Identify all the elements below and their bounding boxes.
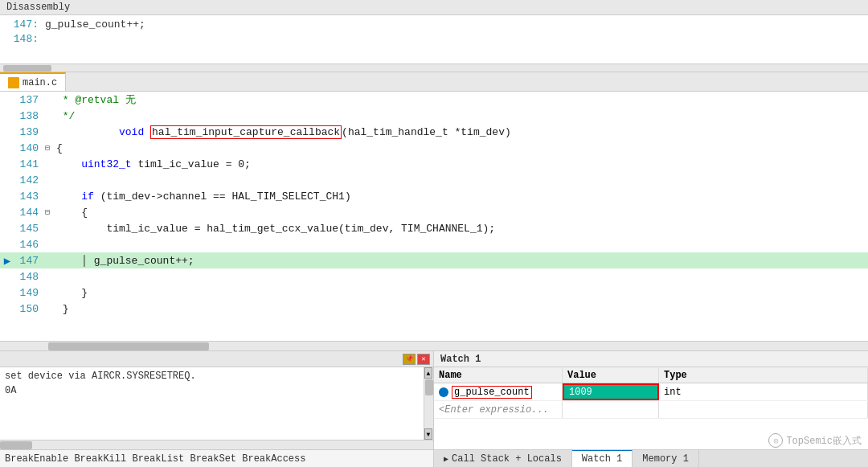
watch-var-icon-1 [439,387,448,397]
memory1-tab[interactable]: Memory 1 [633,450,699,467]
scroll-track [424,379,433,428]
watch-varname-1: g_pulse_count [452,386,532,399]
call-stack-icon: ▶ [444,454,448,464]
output-panel: 📌 ✕ set device via AIRCR.SYSRESETREQ. 0A… [0,351,434,467]
editor-line-143: 143 if (tim_dev->channel == HAL_TIM_SELE… [0,188,868,204]
watch-header: Name Value Type [434,367,868,383]
line-num-145: 145 [14,223,45,235]
tab-label: main.c [23,77,57,88]
output-h-thumb[interactable] [0,441,32,449]
v-scroll-thumb[interactable] [425,379,433,395]
pin-button[interactable]: 📌 [403,354,416,365]
code-lines: 137 * @retval 无 138 */ 139 void hal_tim_… [0,92,868,341]
line-num-138: 138 [14,110,45,122]
fold-140[interactable]: ⊟ [45,143,56,153]
watermark-logo-icon: ◎ [768,433,783,448]
disassembly-linenum-2: 148: [6,33,39,45]
line-content-145: timl_ic_value = hal_tim_get_ccx_value(ti… [56,223,868,235]
output-content: set device via AIRCR.SYSRESETREQ. 0A [0,367,424,399]
line-content-149: } [56,287,868,299]
line-num-148: 148 [14,271,45,283]
editor-h-scroll-thumb[interactable] [48,342,209,350]
watch-col-name: Name [434,368,563,383]
main-c-tab[interactable]: main.c [0,72,66,91]
editor-line-141: 141 uint32_t timl_ic_value = 0; [0,156,868,172]
watch-row-1[interactable]: g_pulse_count 1009 int [434,383,868,401]
editor-line-144: 144 ⊟ { [0,204,868,220]
bottom-tabs: ▶ Call Stack + Locals Watch 1 Memory 1 [434,449,868,467]
watch-cell-value-2 [563,401,659,418]
watch-cell-name-1: g_pulse_count [434,383,563,400]
watch-col-value: Value [563,368,659,383]
line-num-140: 140 [14,142,45,154]
editor-line-150: 150 } [0,301,868,317]
output-v-scrollbar[interactable]: ▲ ▼ [424,367,433,440]
disassembly-header: Disassembly [0,0,868,15]
line-num-142: 142 [14,174,45,186]
watch-cell-name-2: <Enter expressio... [434,401,563,418]
scroll-down-btn[interactable]: ▼ [424,428,432,440]
call-stack-label: Call Stack + Locals [452,453,562,465]
editor-line-142: 142 [0,172,868,188]
disassembly-content: 147: g_pulse_count++; 148: [0,15,868,63]
fold-144[interactable]: ⊟ [45,207,56,217]
watch-row-2[interactable]: <Enter expressio... [434,401,868,419]
watch-col-type: Type [659,368,868,383]
line-num-143: 143 [14,190,45,203]
cmd-bar: BreakEnable BreakKill BreakList BreakSet… [0,449,433,467]
editor-line-149: 149 } [0,285,868,301]
line-content-140: { [56,142,868,154]
watch-panel: Watch 1 Name Value Type g_pulse_count 10… [434,351,868,467]
watermark-text: TopSemic嵌入式 [786,434,862,448]
editor-line-137: 137 * @retval 无 [0,92,868,108]
line-num-147: 147 [14,255,45,267]
watch-enter-expr: <Enter expressio... [439,404,549,416]
line-content-144: { [56,207,868,219]
watermark-area: ◎ TopSemic嵌入式 [434,432,868,449]
output-line-2: 0A [5,383,419,398]
editor-line-145: 145 timl_ic_value = hal_tim_get_ccx_valu… [0,220,868,236]
call-stack-tab[interactable]: ▶ Call Stack + Locals [434,450,572,467]
line-content-147: │ g_pulse_count++; [56,255,868,267]
func-name-highlight: hal_tim_input_capture_callback [150,125,342,139]
editor-h-scrollbar[interactable] [0,341,868,350]
watch-title: Watch 1 [434,351,868,367]
editor-line-140: 140 ⊟ { [0,140,868,156]
watch-cell-type-1: int [659,383,868,400]
tab-bar: main.c [0,72,868,92]
line-num-146: 146 [14,239,45,251]
scroll-up-btn[interactable]: ▲ [424,367,432,379]
close-button[interactable]: ✕ [417,354,430,365]
disassembly-line-2: 148: [0,31,868,46]
watch-icon-wrapper-1: g_pulse_count [439,386,532,399]
line-num-149: 149 [14,287,45,299]
editor-line-146: 146 [0,236,868,252]
watch1-tab[interactable]: Watch 1 [572,450,633,467]
output-text-2: 0A [5,385,16,396]
tab-file-icon [8,77,19,88]
output-text-1: set device via AIRCR.SYSRESETREQ. [5,371,196,382]
line-content-141: uint32_t timl_ic_value = 0; [56,158,868,170]
editor-line-147: ▶ 147 │ g_pulse_count++; [0,252,868,268]
disassembly-scroll-thumb[interactable] [3,65,51,72]
watch-table: Name Value Type g_pulse_count 1009 int [434,367,868,432]
line-content-150: } [56,303,868,315]
output-line-1: set device via AIRCR.SYSRESETREQ. [5,369,419,383]
line-content-137: * @retval 无 [56,92,868,107]
watch1-label: Watch 1 [582,453,622,465]
line-num-144: 144 [14,207,45,219]
output-h-scrollbar[interactable] [0,440,433,449]
line-num-150: 150 [14,303,45,315]
cmd-bar-text: BreakEnable BreakKill BreakList BreakSet… [5,453,305,465]
disassembly-panel: Disassembly 147: g_pulse_count++; 148: [0,0,868,72]
output-toolbar: 📌 ✕ [0,351,433,367]
bp-arrow-147: ▶ [0,254,14,268]
editor-section: main.c 137 * @retval 无 138 */ 139 [0,72,868,350]
line-num-141: 141 [14,158,45,170]
disassembly-scrollbar[interactable] [0,63,868,72]
disassembly-code-1: g_pulse_count++; [45,18,145,31]
watch-cell-type-2 [659,401,868,418]
disassembly-linenum-1: 147: [6,18,39,31]
line-content-143: if (tim_dev->channel == HAL_TIM_SELECT_C… [56,190,868,203]
editor-line-139: 139 void hal_tim_input_capture_callback(… [0,124,868,140]
